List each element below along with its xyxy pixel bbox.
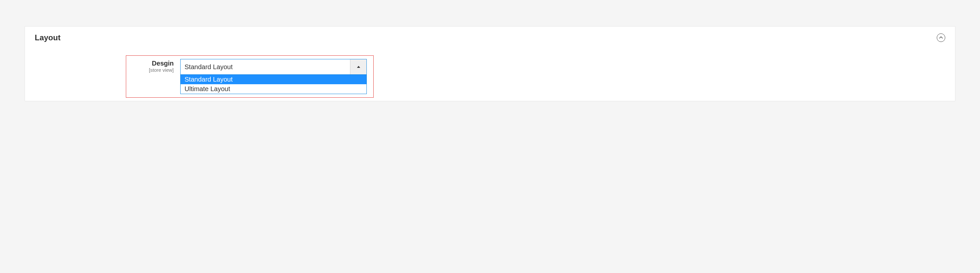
design-dropdown-list: Standard Layout Ultimate Layout [180, 75, 367, 94]
design-select[interactable]: Standard Layout [180, 59, 367, 75]
triangle-up-icon [356, 65, 361, 68]
design-select-value: Standard Layout [181, 59, 350, 75]
dropdown-option-ultimate[interactable]: Ultimate Layout [181, 84, 366, 94]
panel-title: Layout [35, 33, 60, 42]
design-select-container: Standard Layout Standard Layout Ultimate… [180, 59, 367, 94]
layout-panel: Layout Desgin [store view] Standard Layo… [25, 26, 955, 101]
highlight-box: Desgin [store view] Standard Layout Stan… [126, 56, 374, 98]
design-field-label: Desgin [129, 60, 174, 67]
panel-header: Layout [25, 27, 955, 46]
design-field-scope: [store view] [129, 67, 174, 73]
chevron-up-icon [939, 37, 943, 39]
dropdown-option-standard[interactable]: Standard Layout [181, 75, 366, 84]
panel-body: Desgin [store view] Standard Layout Stan… [25, 46, 955, 101]
field-label-wrap: Desgin [store view] [129, 59, 180, 73]
design-select-arrow[interactable] [350, 59, 366, 75]
collapse-toggle[interactable] [937, 33, 945, 42]
